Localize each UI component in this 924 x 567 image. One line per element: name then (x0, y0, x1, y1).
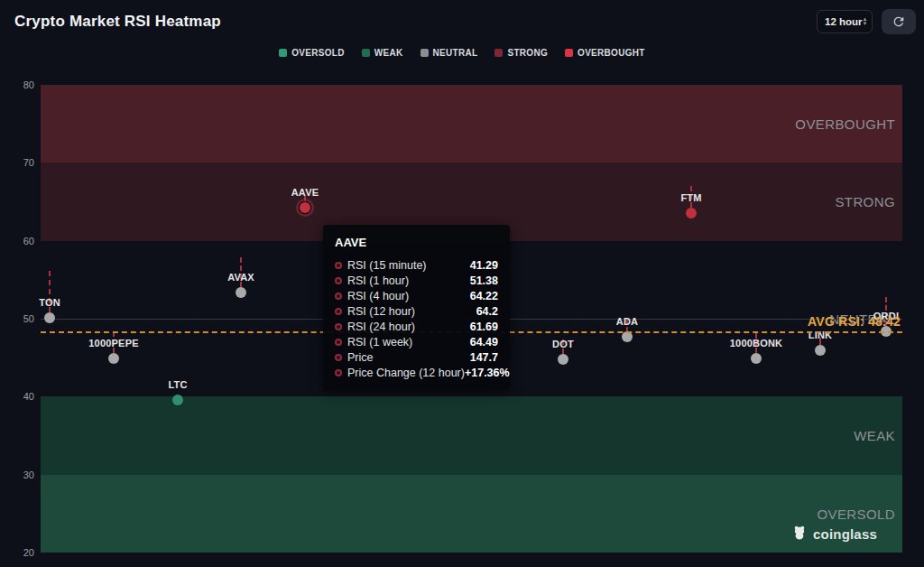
point-label-ada: ADA (582, 316, 672, 327)
band-label-overbought: OVERBOUGHT (795, 116, 895, 132)
tooltip-row-dot-icon (335, 277, 342, 284)
y-tick-60: 60 (14, 236, 34, 246)
legend-swatch-strong (494, 49, 503, 57)
tooltip-row-value: 64.22 (470, 290, 498, 302)
tooltip-row-dot-icon (335, 339, 342, 346)
tooltip-row-value: +17.36% (465, 367, 510, 379)
band-label-strong: STRONG (835, 194, 895, 209)
tooltip-row-label: RSI (4 hour) (347, 290, 470, 302)
tooltip-row-rsi-24-hour-: RSI (24 hour)61.69 (335, 319, 498, 334)
y-tick-50: 50 (14, 313, 34, 324)
watermark-text: coinglass (813, 526, 877, 542)
point-label-dot: DOT (518, 339, 608, 349)
tooltip-row-label: RSI (15 minute) (347, 259, 470, 272)
tooltip-row-value: 51.38 (470, 274, 498, 287)
legend-label: WEAK (374, 48, 403, 58)
tooltip-row-label: Price Change (12 hour) (347, 367, 465, 379)
point-marker-1000pepe[interactable] (108, 353, 119, 364)
legend-item-oversold[interactable]: OVERSOLD (279, 48, 345, 58)
point-label-ton: TON (5, 297, 95, 308)
tooltip-row-rsi-1-week-: RSI (1 week)64.49 (335, 334, 498, 349)
y-tick-40: 40 (14, 391, 34, 402)
tooltip-row-dot-icon (335, 293, 342, 300)
legend-swatch-neutral (420, 49, 429, 57)
band-label-weak: WEAK (854, 428, 895, 443)
point-label-ftm: FTM (646, 192, 736, 203)
tooltip-row-dot-icon (335, 369, 342, 376)
tooltip-row-label: RSI (1 week) (347, 336, 470, 349)
y-tick-30: 30 (14, 469, 34, 480)
point-label-ltc: LTC (133, 379, 223, 390)
band-weak: WEAK (41, 396, 902, 474)
band-label-oversold: OVERSOLD (817, 506, 895, 521)
tooltip-row-dot-icon (335, 262, 342, 269)
tooltip-row-label: RSI (1 hour) (347, 274, 470, 287)
tooltip-row-value: 41.29 (470, 259, 498, 272)
tooltip-row-dot-icon (335, 323, 342, 330)
tooltip-row-label: Price (347, 351, 470, 364)
legend-label: OVERSOLD (291, 48, 345, 58)
point-marker-ltc[interactable] (172, 395, 183, 405)
tooltip-row-value: 64.49 (470, 336, 498, 349)
tooltip-rows: RSI (15 minute)41.29RSI (1 hour)51.38RSI… (335, 257, 498, 380)
legend-item-weak[interactable]: WEAK (362, 48, 403, 58)
point-marker-avax[interactable] (236, 287, 246, 298)
tooltip-row-label: RSI (12 hour) (347, 305, 476, 318)
point-label-1000pepe: 1000PEPE (69, 338, 159, 349)
tooltip-row-rsi-1-hour-: RSI (1 hour)51.38 (335, 273, 498, 288)
point-marker-link[interactable] (815, 345, 826, 356)
legend-label: NEUTRAL (433, 48, 478, 58)
point-marker-dot[interactable] (558, 354, 568, 365)
tooltip-row-dot-icon (335, 354, 342, 361)
y-tick-20: 20 (14, 547, 34, 558)
band-overbought: OVERBOUGHT (41, 85, 902, 163)
page-title: Crypto Market RSI Heatmap (14, 13, 221, 31)
point-label-avax: AVAX (196, 272, 286, 283)
tooltip-title: AAVE (335, 236, 498, 249)
rsi-heatmap-page: Crypto Market RSI Heatmap 12 hour ▲▼ OVE… (0, 0, 924, 567)
point-marker-1000bonk[interactable] (751, 353, 762, 364)
legend-swatch-weak (362, 49, 370, 57)
legend-swatch-overbought (565, 49, 573, 57)
tooltip: AAVE RSI (15 minute)41.29RSI (1 hour)51.… (323, 225, 510, 390)
tooltip-row-price: Price147.7 (335, 349, 498, 365)
interval-select[interactable]: 12 hour ▲▼ (817, 10, 873, 33)
refresh-icon (892, 14, 906, 29)
legend-swatch-oversold (279, 49, 287, 57)
tooltip-row-rsi-12-hour-: RSI (12 hour)64.2 (335, 303, 498, 319)
tooltip-row-rsi-4-hour-: RSI (4 hour)64.22 (335, 288, 498, 303)
tooltip-row-value: 64.2 (476, 305, 498, 318)
band-oversold: OVERSOLD (41, 475, 902, 553)
tooltip-row-rsi-15-minute-: RSI (15 minute)41.29 (335, 257, 498, 273)
legend-label: OVERBOUGHT (578, 48, 645, 58)
tooltip-row-value: 147.7 (470, 351, 498, 364)
legend-item-overbought[interactable]: OVERBOUGHT (565, 48, 645, 58)
point-marker-ada[interactable] (622, 331, 633, 342)
tooltip-row-value: 61.69 (470, 321, 498, 333)
watermark: coinglass (791, 524, 877, 544)
refresh-button[interactable] (882, 9, 916, 34)
coinglass-logo-icon (791, 525, 808, 543)
tooltip-row-price-change-12-hour-: Price Change (12 hour)+17.36% (335, 365, 498, 380)
interval-select-value: 12 hour (825, 16, 863, 27)
tooltip-row-label: RSI (24 hour) (347, 321, 470, 333)
legend: OVERSOLDWEAKNEUTRALSTRONGOVERBOUGHT (0, 46, 924, 59)
y-tick-70: 70 (14, 157, 34, 168)
legend-label: STRONG (507, 48, 548, 58)
point-label-aave: AAVE (260, 187, 350, 198)
point-marker-ftm[interactable] (686, 208, 697, 218)
select-spinner-icon: ▲▼ (863, 17, 868, 26)
avg-rsi-label: AVG RSI: 48.42 (808, 314, 901, 329)
y-tick-80: 80 (14, 79, 34, 90)
tooltip-row-dot-icon (335, 308, 342, 315)
legend-item-neutral[interactable]: NEUTRAL (420, 48, 478, 58)
legend-item-strong[interactable]: STRONG (494, 48, 548, 58)
